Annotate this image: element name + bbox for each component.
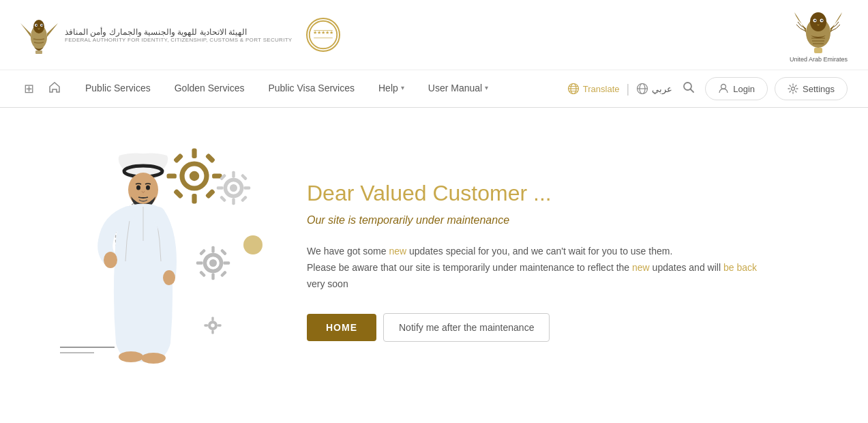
svg-point-54 (209, 259, 217, 267)
svg-rect-48 (243, 186, 250, 189)
nav-help[interactable]: Help ▾ (368, 70, 415, 108)
description-line3: very soon (307, 276, 798, 293)
svg-rect-40 (205, 153, 215, 163)
svg-rect-58 (223, 261, 230, 264)
settings-label: Settings (803, 84, 835, 94)
uae-emblem-icon (794, 7, 842, 56)
uae-emblem-area: United Arab Emirates (790, 7, 848, 63)
svg-rect-66 (211, 317, 213, 321)
logo-arabic-text: الهيئة الاتحادية للهوية والجنسية والجمار… (65, 27, 247, 37)
settings-button[interactable]: Settings (775, 77, 848, 100)
navbar: ⊞ Public Services Golden Services Public… (0, 70, 868, 108)
svg-rect-17 (814, 48, 822, 53)
svg-rect-59 (199, 248, 206, 255)
svg-point-78 (141, 353, 166, 364)
home-button[interactable]: HOME (307, 314, 376, 341)
main-title: Dear Valued Customer ... (307, 181, 798, 206)
chevron-down-icon: ▾ (401, 84, 404, 91)
nav-public-visa-services[interactable]: Public Visa Services (258, 70, 365, 108)
gear-medium-icon (215, 169, 252, 207)
settings-icon (788, 83, 798, 94)
subtitle: Our site is temporarily under maintenanc… (307, 214, 798, 227)
svg-rect-49 (220, 173, 226, 180)
svg-rect-56 (211, 273, 214, 280)
svg-line-30 (691, 89, 694, 92)
arabic-link[interactable]: عربي (636, 83, 672, 95)
translate-icon (567, 83, 580, 95)
svg-rect-69 (218, 324, 222, 326)
logo-bird-icon (20, 13, 58, 57)
svg-point-65 (211, 323, 215, 327)
svg-point-16 (822, 20, 823, 21)
svg-point-5 (42, 25, 43, 26)
arabic-label: عربي (652, 84, 672, 94)
svg-rect-46 (232, 198, 235, 205)
svg-rect-51 (220, 195, 226, 202)
svg-rect-62 (220, 270, 227, 277)
person-figure-icon (95, 152, 191, 377)
svg-point-77 (119, 351, 143, 362)
logo-text-area: الهيئة الاتحادية للهوية والجنسية والجمار… (65, 27, 293, 43)
highlight-be-back: be back (723, 262, 757, 273)
svg-rect-42 (205, 188, 215, 199)
search-icon[interactable] (679, 78, 698, 100)
svg-point-12 (810, 12, 826, 31)
svg-point-72 (136, 186, 140, 190)
star-badge: ★★★★★ (306, 18, 340, 52)
home-icon[interactable] (44, 77, 65, 100)
svg-rect-57 (196, 261, 203, 264)
nav-divider: | (627, 82, 630, 96)
description-line1: We have got some new updates special for… (307, 244, 798, 260)
svg-point-32 (792, 87, 795, 91)
svg-rect-35 (192, 149, 196, 158)
nav-golden-services[interactable]: Golden Services (164, 70, 255, 108)
button-group: HOME Notify me after the maintenance (307, 313, 798, 342)
description: We have got some new updates special for… (307, 244, 798, 292)
header: الهيئة الاتحادية للهوية والجنسية والجمار… (0, 0, 868, 70)
svg-rect-60 (220, 248, 227, 255)
svg-point-75 (104, 252, 117, 268)
logo-english-text: FEDERAL AUTHORITY FOR IDENTITY, CITIZENS… (65, 37, 293, 43)
svg-rect-55 (211, 246, 214, 253)
svg-rect-52 (241, 195, 248, 202)
globe-icon (636, 83, 648, 95)
uae-label: United Arab Emirates (790, 56, 848, 63)
description-line2: Please be aware that our site is tempora… (307, 260, 798, 276)
svg-point-63 (243, 235, 263, 254)
svg-point-15 (815, 20, 816, 21)
chevron-down-icon: ▾ (485, 84, 488, 91)
svg-rect-6 (35, 50, 42, 54)
nav-user-manual[interactable]: User Manual ▾ (418, 70, 498, 108)
svg-point-76 (163, 270, 175, 285)
svg-rect-61 (199, 270, 206, 277)
gear-small-icon (194, 244, 232, 282)
svg-rect-45 (232, 171, 235, 178)
nav-public-services[interactable]: Public Services (75, 70, 161, 108)
nav-right-controls: Translate | عربي Login (567, 77, 848, 100)
login-button[interactable]: Login (705, 77, 768, 100)
login-label: Login (733, 84, 755, 94)
svg-point-1 (33, 20, 44, 33)
gear-small-gold-icon (242, 234, 264, 256)
notify-button[interactable]: Notify me after the maintenance (383, 313, 550, 342)
svg-rect-36 (192, 194, 196, 203)
svg-point-44 (230, 184, 237, 192)
header-left: الهيئة الاتحادية للهوية والجنسية والجمار… (20, 13, 340, 57)
svg-rect-47 (217, 186, 224, 189)
highlight-new2: new (632, 262, 650, 273)
gear-tiny-icon (203, 316, 222, 335)
svg-point-4 (36, 25, 38, 26)
svg-point-73 (146, 186, 150, 190)
highlight-new: new (389, 246, 406, 257)
illustration-area (20, 132, 280, 391)
svg-rect-67 (211, 330, 213, 334)
grid-icon[interactable]: ⊞ (20, 78, 38, 100)
translate-button[interactable]: Translate (567, 83, 620, 95)
svg-rect-68 (204, 324, 208, 326)
text-content-area: Dear Valued Customer ... Our site is tem… (280, 167, 825, 355)
translate-label: Translate (583, 84, 620, 94)
main-content: Dear Valued Customer ... Our site is tem… (0, 108, 868, 415)
svg-rect-50 (241, 173, 248, 180)
login-icon (718, 83, 729, 94)
